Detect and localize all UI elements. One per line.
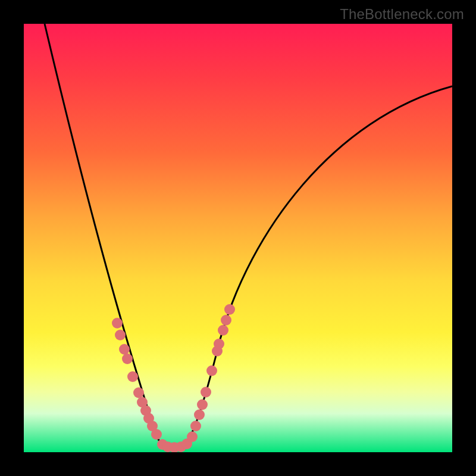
attribution-text: TheBottleneck.com <box>340 6 464 23</box>
dot-right-1 <box>190 421 201 431</box>
curve-left-arm <box>45 24 170 447</box>
dot-right-0 <box>187 431 198 442</box>
dot-left-0 <box>112 318 123 328</box>
dot-right-4 <box>201 387 211 397</box>
dots-left <box>112 318 162 440</box>
dot-right-5 <box>206 365 217 376</box>
dot-right-7 <box>214 339 224 349</box>
curve-right-arm <box>181 86 452 447</box>
dots-right <box>187 304 235 442</box>
chart-svg <box>24 24 452 452</box>
dot-right-8 <box>218 325 228 336</box>
dot-left-3 <box>122 353 133 364</box>
dot-left-1 <box>115 330 126 340</box>
dot-right-9 <box>221 315 231 325</box>
dot-left-10 <box>151 429 162 440</box>
dot-right-10 <box>224 304 235 315</box>
dot-left-4 <box>127 371 138 382</box>
chart-frame: TheBottleneck.com <box>0 0 476 476</box>
plot-area <box>24 24 452 452</box>
dot-right-3 <box>197 399 208 410</box>
dot-left-5 <box>133 387 144 398</box>
dot-left-2 <box>119 344 130 355</box>
dot-right-2 <box>194 409 205 420</box>
dots-bottom <box>157 439 192 452</box>
